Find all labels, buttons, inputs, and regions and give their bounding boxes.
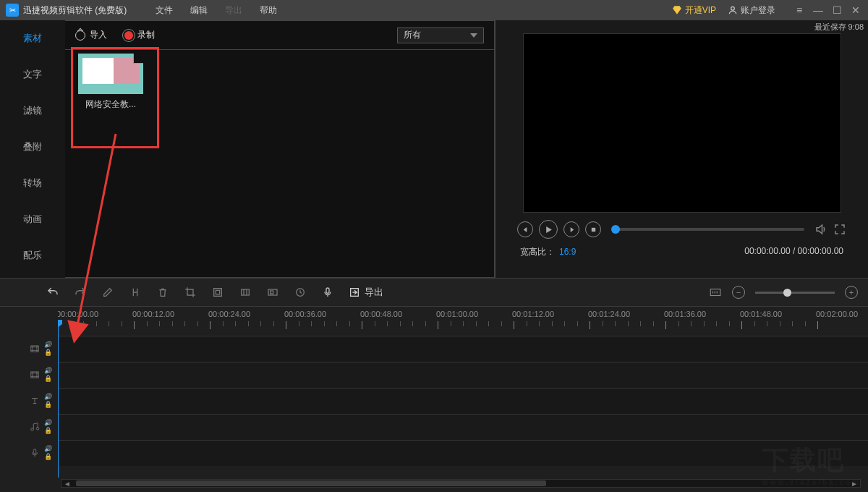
scroll-right-icon[interactable]: ► — [850, 480, 859, 487]
ruler-label: 00:01:00.00 — [436, 310, 478, 318]
svg-rect-12 — [31, 372, 39, 378]
ruler-label: 00:01:48.00 — [740, 310, 782, 318]
maximize-button[interactable]: ☐ — [830, 4, 843, 16]
crop-button[interactable] — [184, 286, 197, 299]
track-head-music[interactable]: 🔊🔒 — [0, 414, 58, 440]
track-row[interactable] — [58, 388, 868, 414]
preview-canvas[interactable] — [523, 33, 841, 213]
split-button[interactable] — [129, 286, 142, 299]
track-head-voice[interactable]: 🔊🔒 — [0, 440, 58, 466]
import-label: 导入 — [90, 29, 107, 41]
login-label: 账户登录 — [741, 4, 775, 17]
tab-animation[interactable]: 动画 — [0, 201, 65, 237]
media-thumbnail[interactable] — [78, 54, 143, 94]
fullscreen-icon[interactable] — [833, 223, 846, 236]
playhead[interactable] — [58, 321, 59, 478]
tab-overlay[interactable]: 叠附 — [0, 129, 65, 165]
import-icon — [75, 30, 85, 41]
aspect-ratio-value[interactable]: 16:9 — [559, 247, 576, 257]
next-frame-button[interactable] — [563, 221, 579, 237]
mosaic-button[interactable] — [211, 286, 224, 299]
ruler-label: 00:00:24.00 — [208, 310, 250, 318]
timeline-scrollbar[interactable]: ◄ ► — [61, 479, 861, 488]
vip-label: 开通VIP — [685, 4, 716, 17]
ruler-label: 00:00:36.00 — [284, 310, 326, 318]
svg-rect-6 — [271, 291, 273, 294]
vip-diamond-icon — [672, 5, 682, 15]
seek-bar[interactable] — [611, 228, 804, 231]
svg-rect-4 — [242, 289, 250, 295]
zoom-out-button[interactable]: − — [732, 286, 745, 299]
ruler-label: 00:01:12.00 — [512, 310, 554, 318]
media-item[interactable]: 网络安全教... — [71, 50, 150, 111]
play-button[interactable] — [539, 220, 558, 239]
svg-point-0 — [731, 7, 735, 10]
redo-button[interactable] — [74, 286, 87, 299]
tab-music[interactable]: 配乐 — [0, 237, 65, 273]
tab-media[interactable]: 素材 — [0, 20, 65, 56]
menu-bar: 文件 编辑 导出 帮助 — [156, 4, 277, 17]
hamburger-icon[interactable]: ≡ — [793, 4, 806, 16]
timeline: 🔊🔒 🔊🔒 🔊🔒 🔊🔒 🔊🔒 00:00:00.0000:00:12.0000:… — [0, 307, 868, 492]
media-toolbar: 导入 录制 所有 — [65, 20, 495, 49]
track-row[interactable] — [58, 414, 868, 440]
import-button[interactable]: 导入 — [75, 29, 107, 41]
undo-button[interactable] — [46, 286, 59, 299]
track-head-video1[interactable]: 🔊🔒 — [0, 336, 58, 362]
track-row[interactable] — [58, 362, 868, 388]
ruler-label: 00:01:36.00 — [664, 310, 706, 318]
app-title: 迅捷视频剪辑软件 (免费版) — [23, 4, 127, 17]
prev-frame-button[interactable] — [517, 221, 533, 237]
seek-knob[interactable] — [611, 225, 620, 234]
close-button[interactable]: ✕ — [849, 4, 862, 16]
record-icon — [124, 31, 133, 40]
record-button[interactable]: 录制 — [124, 29, 155, 41]
ruler-label: 00:00:48.00 — [360, 310, 402, 318]
stop-button[interactable] — [585, 221, 601, 237]
svg-rect-14 — [33, 449, 36, 454]
volume-icon[interactable] — [814, 223, 827, 236]
tab-text[interactable]: 文字 — [0, 56, 65, 93]
svg-rect-1 — [591, 227, 595, 231]
menu-file[interactable]: 文件 — [156, 4, 173, 17]
time-ruler[interactable]: 00:00:00.0000:00:12.0000:00:24.0000:00:3… — [58, 307, 868, 336]
track-head-text[interactable]: 🔊🔒 — [0, 388, 58, 414]
scrollbar-thumb[interactable] — [76, 480, 546, 486]
ruler-label: 00:01:24.00 — [588, 310, 630, 318]
media-body[interactable]: 网络安全教... — [65, 49, 495, 278]
track-row[interactable] — [58, 440, 868, 466]
tracks-area[interactable]: 00:00:00.0000:00:12.0000:00:24.0000:00:3… — [58, 307, 868, 492]
track-head-video2[interactable]: 🔊🔒 — [0, 362, 58, 388]
zoom-region-button[interactable] — [266, 286, 279, 299]
freeze-button[interactable] — [239, 286, 252, 299]
app-logo-icon — [6, 4, 19, 17]
svg-rect-2 — [214, 289, 222, 297]
menu-edit[interactable]: 编辑 — [190, 4, 208, 17]
tab-transition[interactable]: 转场 — [0, 165, 65, 201]
delete-button[interactable] — [156, 286, 169, 299]
account-login-button[interactable]: 账户登录 — [728, 4, 775, 17]
tab-filter[interactable]: 滤镜 — [0, 93, 65, 129]
media-item-label: 网络安全教... — [71, 98, 150, 111]
svg-rect-3 — [216, 290, 219, 294]
open-vip-button[interactable]: 开通VIP — [672, 4, 716, 17]
side-tabs: 素材 文字 滤镜 叠附 转场 动画 配乐 — [0, 20, 65, 278]
track-headers: 🔊🔒 🔊🔒 🔊🔒 🔊🔒 🔊🔒 — [0, 307, 58, 492]
menu-help[interactable]: 帮助 — [260, 4, 277, 17]
zoom-slider[interactable] — [755, 292, 835, 294]
fit-timeline-icon[interactable] — [709, 286, 722, 299]
voiceover-button[interactable] — [321, 286, 334, 299]
ruler-label: 00:02:00.00 — [816, 310, 858, 318]
zoom-in-button[interactable]: + — [845, 286, 858, 299]
duration-button[interactable] — [294, 286, 307, 299]
zoom-knob[interactable] — [783, 289, 791, 297]
export-button[interactable]: 导出 — [349, 286, 383, 299]
scroll-left-icon[interactable]: ◄ — [63, 480, 72, 487]
minimize-button[interactable]: — — [812, 4, 825, 16]
track-row[interactable] — [58, 336, 868, 362]
menu-export[interactable]: 导出 — [225, 4, 242, 17]
svg-rect-8 — [326, 288, 329, 293]
title-bar: 迅捷视频剪辑软件 (免费版) 文件 编辑 导出 帮助 开通VIP 账户登录 ≡ … — [0, 0, 868, 20]
edit-tool-button[interactable] — [101, 286, 114, 299]
media-filter-select[interactable]: 所有 — [397, 27, 484, 43]
